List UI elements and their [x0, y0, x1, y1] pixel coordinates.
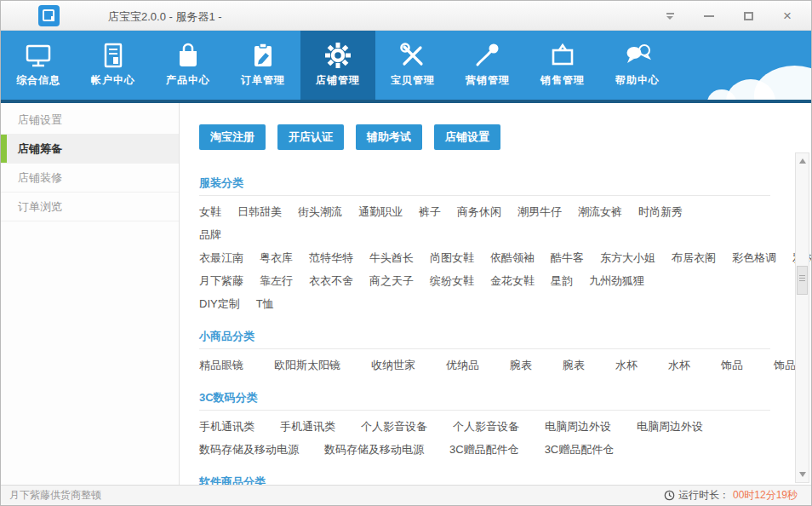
- category-link[interactable]: 3C赠品配件仓: [449, 443, 519, 457]
- nav-item-label: 宝贝管理: [391, 73, 435, 88]
- runtime-value: 00时12分19秒: [733, 488, 798, 503]
- category-link[interactable]: 潮男牛仔: [518, 205, 562, 219]
- category-link[interactable]: DIY定制: [199, 297, 240, 311]
- clock-icon: [664, 490, 675, 501]
- category-link[interactable]: 缤纷女鞋: [430, 274, 474, 288]
- category-link[interactable]: 靠左行: [260, 274, 293, 288]
- runtime-indicator: 运行时长： 00时12分19秒: [664, 488, 798, 503]
- link-row: 品牌: [199, 228, 770, 242]
- maximize-button[interactable]: [741, 8, 755, 25]
- category-link[interactable]: 牛头酋长: [369, 251, 414, 265]
- section-clothing: 服装分类女鞋日韩甜美街头潮流通勤职业裤子商务休闲潮男牛仔潮流女裤时尚新秀品牌衣最…: [199, 175, 770, 311]
- nav-item-help[interactable]: 帮助中心: [600, 31, 675, 100]
- nav-item-label: 帮助中心: [615, 73, 660, 88]
- category-link[interactable]: 衣最江南: [199, 251, 243, 265]
- category-link[interactable]: 九州劲狐狸: [589, 274, 644, 288]
- category-link[interactable]: 电脑周边外设: [637, 420, 703, 434]
- sidebar-item-shop-settings[interactable]: 店铺设置: [1, 106, 179, 135]
- runtime-label: 运行时长：: [678, 488, 729, 503]
- section-title: 小商品分类: [199, 329, 770, 349]
- nav-item-account[interactable]: 帐户中心: [76, 31, 151, 100]
- category-link[interactable]: 裤子: [419, 205, 441, 219]
- sidebar-item-shop-decorate[interactable]: 店铺装修: [1, 164, 179, 193]
- nav-item-product[interactable]: 产品中心: [151, 31, 226, 100]
- category-link[interactable]: 水杯: [615, 359, 638, 372]
- board-icon: [547, 38, 578, 72]
- scroll-up-arrow[interactable]: [799, 158, 806, 164]
- category-link[interactable]: 衣衣不舍: [309, 274, 353, 288]
- section-software: 软件商品分类软件软件: [199, 474, 770, 485]
- link-row: 精品眼镜欧阳斯太阳镜收纳世家优纳品腕表腕表水杯水杯饰品饰品: [199, 359, 770, 372]
- category-link[interactable]: 时尚新秀: [638, 205, 683, 219]
- category-link[interactable]: 个人影音设备: [453, 420, 519, 434]
- scrollbar-thumb[interactable]: [797, 266, 808, 295]
- category-sections: 服装分类女鞋日韩甜美街头潮流通勤职业裤子商务休闲潮男牛仔潮流女裤时尚新秀品牌衣最…: [199, 175, 770, 485]
- category-link[interactable]: 腕表: [563, 359, 585, 372]
- category-link[interactable]: 东方大小姐: [600, 251, 655, 265]
- category-link[interactable]: 电脑周边外设: [545, 420, 611, 434]
- category-link[interactable]: 精品眼镜: [199, 359, 243, 372]
- category-link[interactable]: 女鞋: [199, 205, 221, 219]
- category-link[interactable]: 手机通讯类: [199, 420, 254, 434]
- open-shop-auth-button[interactable]: 开店认证: [277, 124, 344, 150]
- category-link[interactable]: 金花女鞋: [490, 274, 535, 288]
- category-link[interactable]: 酷牛客: [551, 251, 584, 265]
- nav-item-goods[interactable]: 宝贝管理: [375, 31, 450, 100]
- category-link[interactable]: 品牌: [199, 228, 221, 242]
- assist-exam-button[interactable]: 辅助考试: [356, 124, 422, 150]
- nav-item-shop[interactable]: 店铺管理: [300, 31, 375, 100]
- navbar: 综合信息帐户中心产品中心订单管理店铺管理宝贝管理营销管理销售管理帮助中心: [1, 31, 811, 103]
- category-link[interactable]: 饰品: [774, 359, 796, 372]
- category-link[interactable]: 腕表: [510, 359, 532, 372]
- category-link[interactable]: 通勤职业: [358, 205, 403, 219]
- category-link[interactable]: 粤衣库: [260, 251, 293, 265]
- category-link[interactable]: 个人影音设备: [361, 420, 427, 434]
- nav-item-order[interactable]: 订单管理: [226, 31, 300, 100]
- close-button[interactable]: ×: [781, 8, 794, 25]
- category-link[interactable]: 数码存储及移动电源: [324, 443, 424, 457]
- nav-item-overview[interactable]: 综合信息: [1, 31, 76, 100]
- shop-settings-button[interactable]: 店铺设置: [434, 124, 500, 150]
- category-link[interactable]: 优纳品: [446, 359, 479, 372]
- toolbar: 淘宝注册开店认证辅助考试店铺设置: [199, 124, 811, 150]
- category-link[interactable]: 星韵: [551, 274, 573, 288]
- category-link[interactable]: 手机通讯类: [280, 420, 335, 434]
- main-panel: 淘宝注册开店认证辅助考试店铺设置 服装分类女鞋日韩甜美街头潮流通勤职业裤子商务休…: [180, 103, 811, 485]
- category-link[interactable]: 潮流女裤: [578, 205, 622, 219]
- nav-item-label: 产品中心: [166, 73, 210, 88]
- category-link[interactable]: 彩色格调: [732, 251, 776, 265]
- category-link[interactable]: 收纳世家: [371, 359, 415, 372]
- category-link[interactable]: 商之天子: [369, 274, 414, 288]
- category-link[interactable]: 依酷领袖: [490, 251, 535, 265]
- category-link[interactable]: 水杯: [668, 359, 690, 372]
- category-link[interactable]: 欧阳斯太阳镜: [274, 359, 340, 372]
- tools-icon: [397, 38, 428, 72]
- nav-item-label: 帐户中心: [91, 73, 135, 88]
- category-link[interactable]: 街头潮流: [298, 205, 342, 219]
- nav-item-label: 店铺管理: [316, 73, 360, 88]
- minimize-button[interactable]: [702, 8, 716, 25]
- category-link[interactable]: 范特华特: [309, 251, 353, 265]
- sidebar-item-shop-prepare[interactable]: 店铺筹备: [1, 135, 179, 164]
- sidebar-item-order-browse[interactable]: 订单浏览: [1, 193, 179, 221]
- section-title: 3C数码分类: [199, 390, 770, 411]
- category-link[interactable]: 日韩甜美: [237, 205, 282, 219]
- category-link[interactable]: 商务休闲: [457, 205, 501, 219]
- nav-item-label: 营销管理: [466, 73, 510, 88]
- nav-item-marketing[interactable]: 营销管理: [450, 31, 525, 100]
- category-link[interactable]: 布居衣阁: [672, 251, 716, 265]
- taobao-register-button[interactable]: 淘宝注册: [199, 124, 266, 150]
- nav-item-label: 订单管理: [241, 73, 285, 88]
- category-link[interactable]: 3C赠品配件仓: [545, 443, 615, 457]
- category-link[interactable]: 月下紫藤: [199, 274, 243, 288]
- scroll-down-arrow[interactable]: [799, 472, 806, 477]
- category-link[interactable]: 饰品: [721, 359, 743, 372]
- vertical-scrollbar[interactable]: [795, 152, 809, 483]
- nav-item-sales[interactable]: 销售管理: [525, 31, 600, 100]
- skin-menu-button[interactable]: [663, 8, 677, 25]
- category-link[interactable]: 尚图女鞋: [430, 251, 474, 265]
- titlebar: 店宝宝2.0.0 - 服务器1 - ×: [1, 1, 811, 31]
- category-link[interactable]: 数码存储及移动电源: [199, 443, 299, 457]
- sidebar: 店铺设置店铺筹备店铺装修订单浏览: [1, 103, 180, 485]
- category-link[interactable]: T恤: [256, 297, 274, 311]
